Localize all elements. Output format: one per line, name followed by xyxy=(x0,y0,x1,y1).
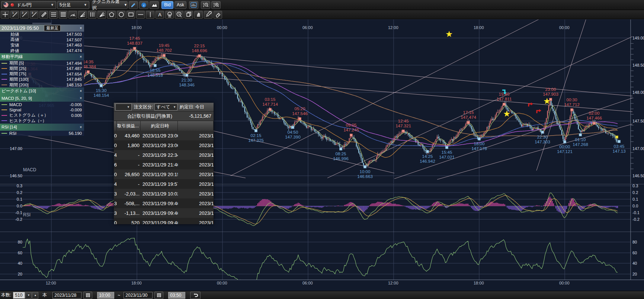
ruler-tool[interactable] xyxy=(39,11,48,19)
wrench-tool[interactable] xyxy=(204,11,212,19)
annotation-time: 09:05 xyxy=(343,123,359,128)
table-row[interactable]: 6-2023/11/29 21:462023/1 xyxy=(114,160,214,169)
close-icon[interactable]: × xyxy=(79,96,83,100)
rsi-axis-label: 60 xyxy=(15,251,22,255)
clock-tool[interactable] xyxy=(175,11,183,19)
hline-tool[interactable] xyxy=(136,11,145,19)
mountain-chart-button[interactable] xyxy=(150,1,159,9)
table-row[interactable]: 3-508,...2023/11/29 09:462023/1 xyxy=(114,198,214,208)
time-from-input[interactable]: 10:00 xyxy=(97,292,114,299)
peak-annotation: 23:00147.903 xyxy=(543,87,558,97)
datetime-cell: 2023/11/29 09:46 xyxy=(141,201,178,206)
count-decrease-button[interactable]: ▼ xyxy=(25,292,32,299)
eraser-tool[interactable] xyxy=(214,11,222,19)
draw-mode-button[interactable] xyxy=(129,1,138,9)
annotation-time: 15:30 xyxy=(93,88,109,93)
table-row[interactable]: 01,8002023/11/29 23:062023/1 xyxy=(114,140,214,150)
peak-annotation: 02:00147.466 xyxy=(586,111,602,121)
panel-drag-grip[interactable] xyxy=(33,23,51,24)
bottom-annotation: 01:10147.268 xyxy=(573,137,588,147)
pentagon-tool[interactable] xyxy=(107,11,116,19)
table-row[interactable]: 026,6502023/11/29 20:152023/1 xyxy=(114,169,214,179)
zoom-in-button[interactable] xyxy=(211,1,221,9)
hlines4-tool[interactable] xyxy=(59,11,67,19)
trendline1-tool[interactable]: 1 xyxy=(10,11,19,19)
crosshair-tool[interactable] xyxy=(1,11,9,19)
table-row[interactable]: 4-2023/11/29 22:342023/1 xyxy=(114,150,214,160)
text-tool[interactable]: A xyxy=(156,11,164,19)
close-icon[interactable]: × xyxy=(79,89,83,93)
pl-cell: - xyxy=(117,152,141,158)
hidden-filter-select[interactable]: ▼ xyxy=(115,104,132,111)
vlines-tool[interactable] xyxy=(88,11,96,19)
clipped-cell: 0 xyxy=(114,220,117,225)
time-to-input[interactable]: 03:50 xyxy=(168,292,185,299)
time-axis-label: 00:00 xyxy=(217,25,227,30)
date-from-input[interactable]: 2023/11/28 xyxy=(52,292,81,299)
speedlines-tool[interactable] xyxy=(97,11,106,19)
trendline2-tool[interactable]: 2 xyxy=(20,11,29,19)
reload-range-button[interactable] xyxy=(190,292,201,299)
datetime-cell: 2023/11/29 20:15 xyxy=(141,172,178,177)
trade-history-panel: ▼ 注文区分: すべて ▼ 約定日: 今日 合計取引損益(円換算) -5,121… xyxy=(114,103,214,224)
macd-axis-label: -0.1 xyxy=(632,210,640,215)
info-button[interactable]: i xyxy=(139,1,148,9)
clipped-column-header[interactable] xyxy=(114,121,117,131)
rectangle-tool[interactable] xyxy=(126,11,135,19)
hlines3-tool[interactable] xyxy=(49,11,58,19)
bottom-marker xyxy=(541,131,544,134)
vline-tool[interactable] xyxy=(146,11,154,19)
calendar-icon[interactable] xyxy=(154,292,163,299)
count-increase-button[interactable]: ▲ xyxy=(32,292,38,299)
pl-column-header[interactable]: 取引損益... xyxy=(117,121,141,131)
zoom-out-button[interactable] xyxy=(201,1,210,9)
icon-stamp-tool[interactable] xyxy=(165,11,174,19)
ask-button[interactable]: Ask xyxy=(174,1,186,9)
bid-button[interactable]: Bid xyxy=(161,1,173,9)
bottom-marker xyxy=(426,150,429,153)
bottom-marker xyxy=(478,137,481,140)
close-icon[interactable]: × xyxy=(79,125,83,129)
ma-section-header: 移動平均線 × xyxy=(0,53,84,60)
table-row[interactable]: 4-2023/11/29 19:572023/1 xyxy=(114,179,214,189)
table-row[interactable]: 3-1,13...2023/11/29 09:462023/1 xyxy=(114,208,214,218)
time-axis-label: 06:00 xyxy=(302,25,313,30)
next-column-header[interactable] xyxy=(178,121,214,131)
bottom-marker xyxy=(445,146,448,149)
selected-bar-datetime: 2023/11/29 05:50 xyxy=(1,25,39,31)
line-swatch xyxy=(1,115,7,116)
table-row[interactable]: 05202023/11/29 09:462023/1 xyxy=(114,218,214,224)
chart-style-button[interactable] xyxy=(189,1,198,9)
time-axis-label: 00:00 xyxy=(217,281,227,285)
calendar-icon[interactable] xyxy=(83,292,92,299)
circle-tool[interactable] xyxy=(117,11,125,19)
chevron-down-icon: ▼ xyxy=(127,105,130,109)
timeframe-select[interactable]: 5分足 ▼ xyxy=(57,1,89,9)
order-type-select[interactable]: すべて ▼ xyxy=(154,104,177,111)
copy-tool[interactable] xyxy=(185,11,193,19)
chart-area[interactable]: 12:0012:0018:0018:0000:0000:0006:0006:00… xyxy=(0,19,644,291)
gauge-tool[interactable] xyxy=(68,11,77,19)
datetime-column-header[interactable]: 約定日時 xyxy=(141,121,178,131)
close-icon[interactable]: × xyxy=(79,55,83,59)
technical-select-button[interactable]: テクニカル選択 ▼ xyxy=(92,1,128,9)
fanlines-tool[interactable] xyxy=(78,11,87,19)
bottom-marker xyxy=(254,129,257,132)
rsi-axis-label: 40 xyxy=(15,261,22,265)
row-value: 147.474 xyxy=(66,48,82,53)
pl-cell: 26,650 xyxy=(117,172,141,177)
info-panel-header: 2023/11/29 05:50 最新足 × xyxy=(0,25,84,32)
trendline3-tool[interactable]: 3 xyxy=(30,11,38,19)
table-row[interactable]: 3-2,03...2023/11/29 10:022023/1 xyxy=(114,189,214,198)
row-value: 147.487 xyxy=(66,66,82,71)
date-to-input[interactable]: 2023/11/30 xyxy=(124,292,153,299)
currency-pair-select[interactable]: ドル/円 ▼ xyxy=(1,1,56,9)
time-axis-label: 18:00 xyxy=(131,25,142,30)
bar-count-input[interactable]: 510 xyxy=(13,292,25,299)
ohlc-row: 終値147.474 xyxy=(0,48,84,54)
table-row[interactable]: 043,4602023/11/29 23:062023/1 xyxy=(114,131,214,140)
macd-axis-label: 0.3 xyxy=(8,184,22,188)
close-icon[interactable]: × xyxy=(79,26,83,30)
hand-tool[interactable] xyxy=(194,11,203,19)
latest-bar-button[interactable]: 最新足 xyxy=(44,25,61,31)
